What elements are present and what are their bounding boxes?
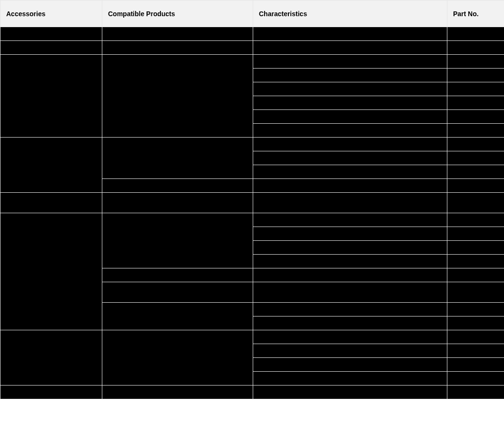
table-cell [253,385,447,399]
table-cell [447,110,504,124]
table-row [0,385,504,399]
table-cell [447,138,504,151]
table-cell [253,330,447,344]
table-cell [253,255,447,268]
table-cell [0,41,102,55]
table-cell [102,138,253,179]
table-cell [253,344,447,358]
table-cell [447,27,504,41]
header-accessories: Accessories [0,0,102,27]
table-cell [102,41,253,55]
table-cell [447,165,504,179]
table-cell [253,268,447,282]
table-cell [253,110,447,124]
table-cell [447,124,504,138]
table-cell [253,372,447,385]
table-cell [253,282,447,303]
table-cell [447,303,504,316]
table-cell [447,96,504,110]
table-row [0,138,504,151]
table-cell [253,96,447,110]
table-cell [253,193,447,213]
table-cell [102,213,253,268]
table-cell [447,330,504,344]
table-cell [253,179,447,193]
table-cell [447,268,504,282]
table-cell [102,385,253,399]
table-cell [253,55,447,69]
table-cell [102,55,253,138]
table-row [0,55,504,69]
table-cell [447,213,504,227]
header-part-no: Part No. [447,0,504,27]
table-cell [102,179,253,193]
table-cell [253,82,447,96]
table-cell [253,138,447,151]
table-cell [0,385,102,399]
table-cell [102,193,253,213]
table-cell [447,255,504,268]
table-cell [447,372,504,385]
table-cell [0,330,102,385]
table-cell [447,227,504,241]
table-cell [253,151,447,165]
table-cell [102,330,253,385]
table-cell [253,213,447,227]
table-cell [447,344,504,358]
table-cell [253,165,447,179]
table-cell [0,193,102,213]
table-cell [447,282,504,303]
table-cell [253,241,447,255]
table-cell [447,69,504,82]
table-cell [253,227,447,241]
table-cell [447,151,504,165]
table-cell [447,55,504,69]
table-cell [0,55,102,138]
table-cell [447,358,504,372]
table-cell [253,41,447,55]
table-row [0,41,504,55]
table-row [0,193,504,213]
table-cell [253,124,447,138]
table-row [0,213,504,227]
table-cell [447,82,504,96]
table-cell [102,27,253,41]
table-cell [0,138,102,193]
table-cell [253,358,447,372]
table-cell [447,385,504,399]
table-cell [447,179,504,193]
table-cell [447,316,504,330]
table-cell [447,41,504,55]
table-row [0,27,504,41]
table-cell [0,213,102,330]
table-cell [447,241,504,255]
table-cell [253,303,447,316]
table-cell [253,316,447,330]
table-cell [0,27,102,41]
table-row [0,330,504,344]
header-compatible-products: Compatible Products [102,0,253,27]
accessories-table: Accessories Compatible Products Characte… [0,0,504,399]
table-header-row: Accessories Compatible Products Characte… [0,0,504,27]
table-cell [102,282,253,303]
table-cell [253,69,447,82]
header-characteristics: Characteristics [253,0,447,27]
table-cell [102,303,253,330]
table-cell [253,27,447,41]
table-cell [102,268,253,282]
table-cell [447,193,504,213]
